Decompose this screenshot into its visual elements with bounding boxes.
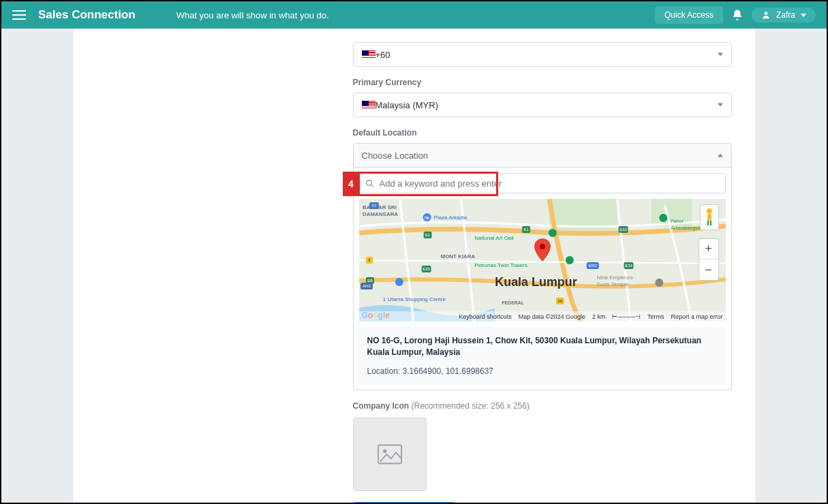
default-location-toggle[interactable]: Choose Location (353, 143, 732, 168)
svg-text:BANDAR SRI: BANDAR SRI (362, 204, 396, 210)
svg-text:Antarabangsa: Antarabangsa (671, 225, 700, 231)
svg-text:Plaza Arkadia: Plaza Arkadia (433, 215, 467, 221)
svg-text:National Art Gall: National Art Gall (474, 235, 514, 241)
phone-code-select[interactable]: +60 (353, 42, 732, 67)
svg-point-34 (655, 279, 663, 287)
svg-point-33 (659, 214, 667, 222)
svg-rect-52 (710, 221, 711, 225)
zoom-in-button[interactable]: + (699, 239, 718, 259)
step-badge: 4 (343, 172, 360, 196)
location-search-row: 4 (359, 173, 726, 193)
terms-link[interactable]: Terms (647, 313, 664, 320)
svg-text:FEDERAL: FEDERAL (502, 300, 525, 305)
malaysia-flag-icon (362, 50, 375, 59)
svg-point-48 (540, 244, 545, 249)
svg-rect-4 (549, 199, 617, 233)
svg-text:Petronas Twin Towers: Petronas Twin Towers (474, 262, 527, 268)
avatar-icon (761, 10, 771, 20)
menu-icon[interactable] (12, 8, 26, 22)
svg-text:E33: E33 (625, 264, 632, 268)
svg-point-31 (565, 256, 573, 264)
map-scale: 2 km (592, 313, 606, 320)
company-icon-label: Company Icon (Recommended size: 256 x 25… (353, 401, 732, 411)
svg-rect-51 (707, 221, 709, 225)
report-link[interactable]: Report a map error (671, 313, 722, 320)
svg-text:MR2: MR2 (588, 264, 597, 268)
svg-point-32 (395, 278, 403, 286)
svg-text:1 Utama Shopping Centre: 1 Utama Shopping Centre (382, 296, 446, 302)
svg-text:E23: E23 (423, 267, 430, 271)
svg-text:MONT KIARA: MONT KIARA (440, 253, 475, 259)
select-company-icon-button[interactable]: Select company icon (353, 502, 457, 503)
user-menu[interactable]: Zafra (752, 7, 816, 22)
address-text: NO 16-G, Lorong Haji Hussein 1, Chow Kit… (367, 335, 718, 358)
coords-text: Location: 3.1664900, 101.6998637 (367, 366, 718, 376)
zoom-out-button[interactable]: − (699, 259, 718, 280)
map[interactable]: 54 E33 E1 E1 5 E23 MR2 E8 E33 AH2 28 (359, 199, 726, 321)
svg-text:Nine Emperors: Nine Emperors (596, 274, 632, 281)
svg-point-1 (366, 180, 371, 185)
svg-point-49 (707, 208, 712, 214)
chevron-down-icon (801, 14, 806, 17)
svg-text:E1: E1 (523, 227, 529, 232)
user-name: Zafra (776, 10, 795, 20)
phone-code-value: +60 (375, 50, 390, 60)
location-search-input[interactable] (380, 178, 720, 189)
malaysia-flag-icon (362, 101, 375, 109)
svg-text:DAMANSARA: DAMANSARA (362, 211, 397, 217)
search-icon (365, 179, 374, 188)
svg-point-0 (765, 12, 768, 15)
svg-text:Kuala Lumpur: Kuala Lumpur (495, 275, 577, 289)
svg-text:AH2: AH2 (363, 284, 371, 288)
main-content: +60 Primary Currency Malaysia (MYR) Defa… (1, 29, 827, 503)
chevron-down-icon (718, 104, 723, 107)
image-placeholder-icon (378, 444, 402, 464)
map-data-text: Map data ©2024 Google (519, 313, 585, 320)
keyboard-shortcuts-link[interactable]: Keyboard shortcuts (459, 313, 512, 320)
address-display: NO 16-G, Lorong Haji Hussein 1, Chow Kit… (359, 327, 726, 384)
chevron-up-icon (718, 154, 723, 157)
svg-text:Panor: Panor (671, 219, 684, 223)
svg-text:🛍: 🛍 (425, 215, 429, 220)
company-icon-placeholder[interactable] (353, 418, 427, 491)
map-attribution: Keyboard shortcuts Map data ©2024 Google… (359, 311, 726, 321)
svg-text:E33: E33 (619, 227, 627, 232)
bell-icon[interactable] (731, 9, 743, 21)
svg-point-30 (548, 229, 556, 237)
currency-value: Malaysia (MYR) (375, 100, 438, 110)
brand-name: Sales Connection (38, 8, 136, 22)
primary-currency-select[interactable]: Malaysia (MYR) (353, 93, 732, 117)
form-card: +60 Primary Currency Malaysia (MYR) Defa… (74, 29, 755, 503)
zoom-controls: + − (699, 238, 719, 281)
choose-location-text: Choose Location (362, 151, 429, 161)
svg-rect-50 (707, 214, 711, 221)
primary-currency-label: Primary Currency (353, 78, 732, 87)
svg-text:E8: E8 (367, 279, 373, 283)
svg-text:E1: E1 (425, 233, 430, 237)
quick-access-button[interactable]: Quick Access (655, 6, 723, 24)
app-header: Sales Connection What you are will show … (1, 1, 827, 29)
svg-line-2 (371, 185, 373, 187)
location-panel: 4 (353, 168, 732, 390)
pegman-icon[interactable] (700, 204, 719, 230)
default-location-label: Default Location (353, 128, 732, 138)
chevron-down-icon (718, 53, 723, 57)
svg-text:Gods Temple: Gods Temple (596, 281, 628, 287)
svg-point-54 (383, 449, 386, 452)
map-pin-icon (534, 238, 551, 264)
tagline: What you are will show in what you do. (177, 10, 329, 20)
svg-text:28: 28 (557, 299, 562, 303)
